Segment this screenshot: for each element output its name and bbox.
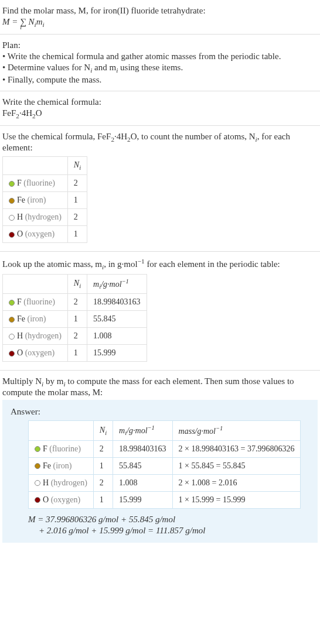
element-dot-icon: [35, 446, 40, 452]
table-row: O (oxygen)1: [3, 225, 87, 242]
lookup-header-empty: [3, 274, 68, 293]
table-row: F (fluorine)218.998403163: [3, 294, 147, 311]
table-header-row: Ni: [3, 157, 87, 175]
intro-section: Find the molar mass, M, for iron(II) flu…: [0, 0, 320, 35]
lookup-lc: for each element in the periodic table:: [145, 259, 280, 269]
answer-header-mass: mass/g·mol−1: [172, 421, 301, 440]
element-name: (hydrogen): [25, 331, 62, 340]
answer-header-empty: [29, 421, 94, 440]
mass-cell: 2 × 1.008 = 2.016: [172, 474, 301, 491]
table-row: H (hydrogen)21.0082 × 1.008 = 2.016: [29, 474, 301, 491]
mass-cell: 1 × 55.845 = 55.845: [172, 457, 301, 474]
plan-bullet-3: • Finally, compute the mass.: [2, 75, 318, 85]
count-table: Ni F (fluorine)2 Fe (iron)1 H (hydrogen)…: [2, 156, 87, 243]
table-row: Fe (iron)155.845: [3, 311, 147, 328]
lookup-header-ni-text: N: [74, 279, 79, 287]
element-symbol: O: [17, 229, 23, 238]
element-dot-icon: [9, 317, 15, 323]
plan-bullet-2: • Determine values for Ni and mi using t…: [2, 63, 318, 74]
element-name: (iron): [28, 314, 46, 323]
formula-title: Write the chemical formula:: [2, 97, 318, 107]
ni-cell: 1: [93, 491, 113, 508]
formula-value: FeF2·4H2O: [2, 108, 318, 119]
element-cell: F (fluorine): [29, 440, 94, 457]
count-header-ni-text: N: [74, 160, 79, 169]
element-name: (oxygen): [25, 348, 55, 357]
table-row: Fe (iron)155.8451 × 55.845 = 55.845: [29, 457, 301, 474]
ni-cell: 2: [93, 440, 113, 457]
element-dot-icon: [9, 181, 15, 187]
element-name: (iron): [28, 196, 46, 204]
lookup-line: Look up the atomic mass, mi, in g·mol−1 …: [2, 258, 318, 270]
element-dot-icon: [9, 351, 15, 357]
table-row: O (oxygen)115.9991 × 15.999 = 15.999: [29, 491, 301, 508]
multiply-section: Multiply Ni by mi to compute the mass fo…: [0, 371, 320, 547]
lookup-header-ni: Ni: [67, 274, 87, 293]
ni-cell: 2: [67, 328, 87, 345]
element-name: (fluorine): [49, 444, 81, 453]
element-symbol: H: [17, 331, 23, 340]
eq-rhs2: m: [36, 17, 43, 26]
element-dot-icon: [9, 215, 15, 221]
element-symbol: Fe: [43, 461, 51, 470]
mi-cell: 18.998403163: [87, 294, 147, 311]
lookup-header-mi: mi/g·mol−1: [87, 274, 147, 293]
mass-cell: 1 × 15.999 = 15.999: [172, 491, 301, 508]
element-cell: O (oxygen): [29, 491, 94, 508]
ni-cell: 1: [67, 191, 87, 208]
answer-header-mi: mi/g·mol−1: [113, 421, 173, 440]
lookup-header-unit-sup: −1: [122, 278, 129, 285]
table-header-row: Ni mi/g·mol−1: [3, 274, 147, 293]
element-cell: Fe (iron): [3, 311, 68, 328]
lookup-header-ni-sub: i: [79, 283, 81, 289]
eq-mi-sub: i: [43, 21, 45, 28]
count-lb: ·4H: [114, 132, 127, 141]
ni-cell: 2: [67, 294, 87, 311]
count-lc: O, to count the number of atoms, N: [131, 132, 256, 141]
lookup-s2: −1: [138, 258, 145, 265]
lookup-section: Look up the atomic mass, mi, in g·mol−1 …: [0, 252, 320, 371]
table-row: O (oxygen)115.999: [3, 345, 147, 362]
count-header-ni: Ni: [67, 157, 87, 175]
multiply-la: Multiply N: [2, 376, 42, 386]
element-symbol: O: [43, 495, 49, 504]
ni-cell: 2: [67, 208, 87, 225]
table-row: Fe (iron)1: [3, 191, 87, 208]
plan-b2c: using these items.: [118, 63, 183, 72]
answer-header-ni-sub: i: [105, 429, 107, 436]
element-symbol: F: [43, 444, 47, 453]
element-symbol: F: [17, 297, 22, 306]
element-dot-icon: [35, 463, 40, 469]
ni-cell: 2: [93, 474, 113, 491]
element-dot-icon: [9, 300, 15, 306]
element-cell: Fe (iron): [3, 191, 68, 208]
answer-header-mass-sup: −1: [216, 425, 223, 431]
ni-cell: 1: [67, 311, 87, 328]
plan-b2a: • Determine values for N: [2, 63, 90, 72]
table-row: F (fluorine)2: [3, 174, 87, 191]
table-header-row: Ni mi/g·mol−1 mass/g·mol−1: [29, 421, 301, 440]
element-cell: O (oxygen): [3, 225, 68, 242]
answer-final-line1: M = 37.996806326 g/mol + 55.845 g/mol: [28, 515, 309, 525]
answer-table: Ni mi/g·mol−1 mass/g·mol−1 F (fluorine)2…: [28, 420, 301, 508]
element-dot-icon: [9, 198, 15, 204]
count-header-empty: [3, 157, 68, 175]
lookup-lb: , in g·mol: [104, 259, 138, 269]
mi-cell: 15.999: [113, 491, 173, 508]
answer-header-ni-text: N: [100, 426, 105, 434]
lookup-header-unit: /g·mol: [101, 279, 121, 288]
plan-bullet-1: • Write the chemical formula and gather …: [2, 52, 318, 61]
count-line: Use the chemical formula, FeF2·4H2O, to …: [2, 132, 318, 153]
intro-equation: M = ∑i Nimi: [2, 17, 318, 28]
element-name: (hydrogen): [51, 478, 87, 487]
mass-cell: 2 × 18.998403163 = 37.996806326: [172, 440, 301, 457]
element-cell: F (fluorine): [3, 174, 68, 191]
count-header-ni-sub: i: [79, 165, 81, 171]
element-symbol: H: [17, 213, 23, 221]
element-dot-icon: [35, 480, 40, 486]
table-row: H (hydrogen)2: [3, 208, 87, 225]
mi-cell: 55.845: [87, 311, 147, 328]
element-cell: F (fluorine): [3, 294, 68, 311]
mi-cell: 1.008: [113, 474, 173, 491]
answer-final-line2: + 2.016 g/mol + 15.999 g/mol = 111.857 g…: [28, 526, 309, 536]
